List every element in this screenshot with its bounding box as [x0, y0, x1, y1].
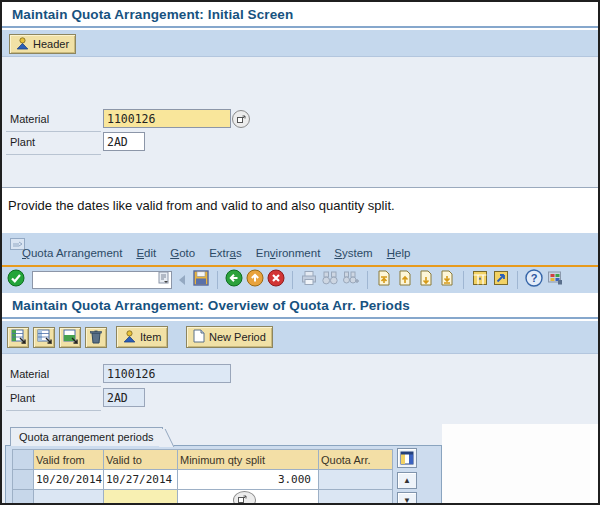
- find-next-icon: [342, 269, 360, 291]
- scroll-down-button[interactable]: ▼: [397, 492, 417, 505]
- table-row-2: [12, 490, 393, 505]
- command-list-icon[interactable]: [158, 271, 170, 289]
- person-icon: [123, 330, 136, 345]
- cancel-icon[interactable]: [267, 269, 285, 291]
- note-area: Provide the dates like valid from and va…: [2, 188, 598, 233]
- screen2-menu-area: Quota ArrangementEditGotoExtrasEnvironme…: [2, 233, 598, 265]
- cropped-white-area: [442, 424, 598, 503]
- tab-quota-arrangement-periods[interactable]: Quota arrangement periods: [10, 427, 163, 446]
- cut-line-button[interactable]: [33, 327, 55, 348]
- table-panel: Valid fromValid toMinimum qty splitQuota…: [5, 445, 442, 505]
- header-button-label: Header: [33, 38, 69, 50]
- new-page-icon: [193, 329, 205, 345]
- table-body: 10/20/201410/27/20143.000: [12, 470, 393, 505]
- page-title: Maintain Quota Arrangement: Initial Scre…: [12, 7, 293, 22]
- menu-item-edit[interactable]: Edit: [136, 247, 156, 259]
- screen1-app-toolbar: Header: [2, 30, 598, 57]
- new-session-icon[interactable]: [471, 269, 489, 291]
- first-page-icon[interactable]: [375, 269, 393, 291]
- insert-line-button[interactable]: [7, 327, 29, 348]
- next-page-icon[interactable]: [417, 269, 435, 291]
- person-icon: [16, 37, 29, 52]
- plant-label: Plant: [10, 136, 35, 148]
- table-header-row: Valid fromValid toMinimum qty splitQuota…: [12, 450, 393, 470]
- item-button[interactable]: Item: [116, 326, 168, 348]
- save-icon[interactable]: [192, 269, 210, 291]
- scroll-up-button[interactable]: ▲: [397, 472, 417, 489]
- row-selector-header[interactable]: [13, 450, 34, 470]
- delete-line-button[interactable]: [85, 327, 107, 348]
- help-icon[interactable]: ?: [525, 269, 543, 291]
- last-page-icon[interactable]: [438, 269, 456, 291]
- page-title-2: Maintain Quota Arrangement: Overview of …: [12, 298, 410, 313]
- create-shortcut-icon[interactable]: [492, 269, 510, 291]
- screen1-title-bar: Maintain Quota Arrangement: Initial Scre…: [2, 2, 598, 28]
- plant2-display: 2AD: [103, 388, 145, 407]
- column-header-min_qty[interactable]: Minimum qty split: [178, 450, 319, 470]
- material-label: Material: [10, 113, 49, 125]
- delete-line-icon: [89, 329, 103, 346]
- copy-line-icon: [63, 329, 78, 346]
- menu-bar: Quota ArrangementEditGotoExtrasEnvironme…: [22, 247, 424, 259]
- cell-min_qty[interactable]: [178, 490, 319, 505]
- screen2-app-toolbar: Item New Period: [2, 321, 598, 354]
- cell-valid_to[interactable]: [104, 490, 178, 505]
- column-header-valid_to[interactable]: Valid to: [104, 450, 178, 470]
- menu-item-quota-arrangement[interactable]: Quota Arrangement: [22, 247, 122, 259]
- row-selector[interactable]: [13, 490, 34, 505]
- new-period-button[interactable]: New Period: [186, 326, 273, 348]
- header-button[interactable]: Header: [9, 34, 76, 54]
- cell-quota_arr[interactable]: [319, 490, 393, 505]
- screen2-title-bar: Maintain Quota Arrangement: Overview of …: [2, 293, 598, 319]
- plant-input[interactable]: 2AD: [103, 132, 145, 151]
- screen2-content: Material 1100126 Plant 2AD Quota arrange…: [2, 354, 598, 503]
- menu-item-help[interactable]: Help: [387, 247, 411, 259]
- screenshot-root: Maintain Quota Arrangement: Initial Scre…: [0, 0, 600, 505]
- material-input[interactable]: 1100126: [103, 109, 231, 128]
- collapse-icon[interactable]: [179, 275, 185, 285]
- cell-valid_from[interactable]: 10/20/2014: [34, 470, 104, 490]
- cell-min_qty[interactable]: 3.000: [178, 470, 319, 490]
- menu-item-system[interactable]: System: [334, 247, 372, 259]
- cell-quota_arr[interactable]: [319, 470, 393, 490]
- item-button-label: Item: [140, 331, 161, 343]
- screen1-content: Material 1100126 Plant 2AD: [2, 57, 598, 188]
- note-text: Provide the dates like valid from and va…: [8, 198, 395, 213]
- material2-label-cell: Material: [6, 364, 101, 387]
- material2-label: Material: [10, 368, 49, 380]
- f4-help-icon[interactable]: [233, 491, 256, 505]
- menu-item-extras[interactable]: Extras: [209, 247, 242, 259]
- quota-table: Valid fromValid toMinimum qty splitQuota…: [12, 449, 393, 505]
- material-label-cell: Material: [6, 109, 101, 132]
- column-header-quota_arr[interactable]: Quota Arr.: [319, 450, 393, 470]
- new-period-button-label: New Period: [209, 331, 266, 343]
- table-configuration-button[interactable]: [397, 448, 417, 468]
- tab-label: Quota arrangement periods: [19, 431, 154, 443]
- plant-label-cell: Plant: [6, 132, 101, 155]
- svg-text:?: ?: [531, 272, 538, 284]
- material2-display: 1100126: [103, 364, 231, 383]
- menu-item-goto[interactable]: Goto: [170, 247, 195, 259]
- f4-help-icon[interactable]: [232, 110, 250, 128]
- exit-icon[interactable]: [246, 269, 264, 291]
- cell-valid_from[interactable]: [34, 490, 104, 505]
- cut-line-icon: [37, 329, 52, 346]
- command-input[interactable]: [12, 272, 158, 288]
- copy-line-button[interactable]: [59, 327, 81, 348]
- back-icon[interactable]: [225, 269, 243, 291]
- previous-page-icon[interactable]: [396, 269, 414, 291]
- plant2-label-cell: Plant: [6, 388, 101, 411]
- insert-line-icon: [11, 329, 26, 346]
- column-header-valid_from[interactable]: Valid from: [34, 450, 104, 470]
- find-icon: [321, 269, 339, 291]
- row-selector[interactable]: [13, 470, 34, 490]
- system-toolbar: ?: [2, 267, 598, 293]
- print-icon: [300, 269, 318, 291]
- customize-layout-icon[interactable]: [546, 269, 564, 291]
- plant2-label: Plant: [10, 392, 35, 404]
- menu-item-environment[interactable]: Environment: [256, 247, 321, 259]
- table-row-1: 10/20/201410/27/20143.000: [12, 470, 393, 490]
- command-field[interactable]: [32, 271, 172, 289]
- cell-valid_to[interactable]: 10/27/2014: [104, 470, 178, 490]
